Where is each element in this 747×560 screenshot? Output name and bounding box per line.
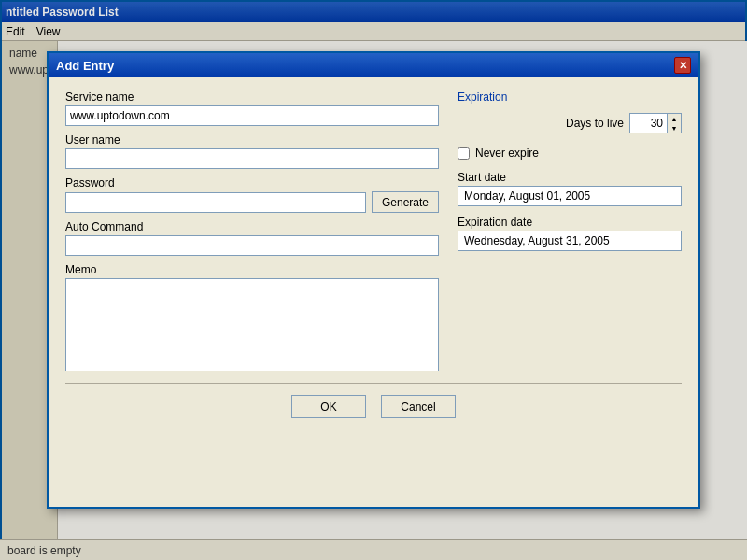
expiration-date-group: Expiration date Wednesday, August 31, 20… <box>458 216 682 251</box>
generate-button[interactable]: Generate <box>372 191 439 213</box>
expiration-label: Expiration <box>458 91 507 104</box>
password-input[interactable] <box>65 192 366 213</box>
service-name-label: Service name <box>65 91 439 104</box>
dialog-body: Service name User name Password Generate… <box>49 77 698 383</box>
spinner-down-button[interactable]: ▼ <box>668 123 681 133</box>
auto-command-input[interactable] <box>65 235 439 256</box>
never-expire-row: Never expire <box>458 147 682 160</box>
add-entry-dialog: Add Entry ✕ Service name User name Passw… <box>47 51 700 509</box>
dialog-title: Add Entry <box>56 59 674 73</box>
user-name-group: User name <box>65 133 439 169</box>
start-date-group: Start date Monday, August 01, 2005 <box>458 171 682 206</box>
expiration-header: Expiration <box>458 91 682 104</box>
never-expire-label: Never expire <box>475 147 539 160</box>
service-name-group: Service name <box>65 91 439 126</box>
right-section: Expiration Days to live ▲ ▼ Never expire <box>458 91 682 371</box>
never-expire-checkbox[interactable] <box>458 147 470 160</box>
days-input[interactable] <box>630 114 668 133</box>
days-to-live-label: Days to live <box>566 117 624 130</box>
memo-label: Memo <box>65 263 439 276</box>
memo-group: Memo <box>65 263 439 371</box>
password-row: Generate <box>65 191 439 213</box>
start-date-display: Monday, August 01, 2005 <box>458 186 682 206</box>
memo-input[interactable] <box>65 278 439 371</box>
dialog-footer: OK Cancel <box>65 383 682 433</box>
days-to-live-row: Days to live ▲ ▼ <box>458 113 682 133</box>
dialog-overlay: Add Entry ✕ Service name User name Passw… <box>0 0 747 560</box>
user-name-label: User name <box>65 133 439 147</box>
days-spinner: ▲ ▼ <box>629 113 682 133</box>
user-name-input[interactable] <box>65 148 439 169</box>
cancel-button[interactable]: Cancel <box>381 395 456 418</box>
expiration-date-label: Expiration date <box>458 216 682 229</box>
service-name-input[interactable] <box>65 105 439 126</box>
start-date-label: Start date <box>458 171 682 184</box>
password-label: Password <box>65 176 439 189</box>
ok-button[interactable]: OK <box>291 395 366 418</box>
spinner-up-button[interactable]: ▲ <box>668 114 681 123</box>
expiration-date-display: Wednesday, August 31, 2005 <box>458 231 682 251</box>
spinner-buttons: ▲ ▼ <box>668 114 681 133</box>
left-section: Service name User name Password Generate… <box>65 91 439 371</box>
dialog-close-button[interactable]: ✕ <box>674 57 691 74</box>
password-group: Password Generate <box>65 176 439 213</box>
dialog-titlebar: Add Entry ✕ <box>49 53 698 77</box>
auto-command-group: Auto Command <box>65 220 439 256</box>
auto-command-label: Auto Command <box>65 220 439 233</box>
